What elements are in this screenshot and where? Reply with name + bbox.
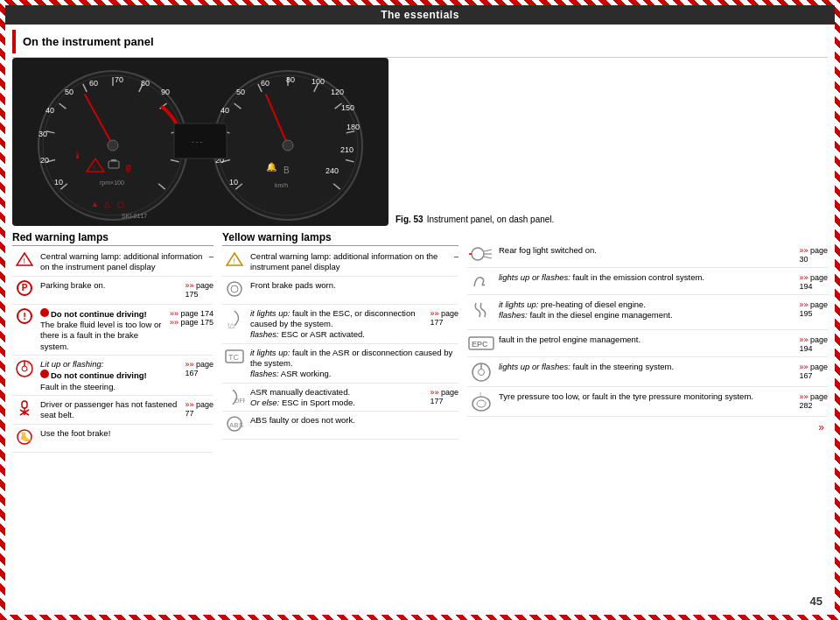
figure-number: Fig. 53 (396, 215, 424, 224)
warning-text: lights up or flashes: fault in the steer… (499, 362, 795, 372)
page-ref: »» page30 (799, 245, 828, 264)
svg-text:180: 180 (346, 123, 360, 131)
svg-text:TC: TC (228, 353, 239, 362)
svg-text:50: 50 (65, 88, 74, 96)
red-warning-row: ! Do not continue driving!The brake flui… (12, 308, 214, 356)
svg-text:60: 60 (89, 79, 98, 88)
svg-text:30: 30 (38, 130, 47, 138)
parking-brake-icon: P (12, 280, 37, 296)
epc-icon: EPC (467, 335, 495, 352)
svg-line-94 (484, 257, 492, 258)
svg-point-25 (108, 140, 118, 151)
warning-text: Do not continue driving!The brake fluid … (40, 308, 166, 352)
section-title: On the instrument panel (12, 30, 828, 53)
red-warnings-title: Red warning lamps (12, 231, 214, 246)
right-warning-row: lights up or flashes: fault in the steer… (467, 362, 828, 387)
svg-text:!: ! (234, 257, 236, 265)
page-ref: »» page177 (430, 387, 458, 405)
warning-text: it lights up: fault in the ASR or discon… (250, 348, 455, 380)
warning-text: Use the foot brake! (40, 428, 210, 439)
svg-text:210: 210 (340, 145, 354, 154)
warning-text: Tyre pressure too low, or fault in the t… (499, 391, 795, 402)
red-warning-row: Driver or passenger has not fastened sea… (12, 399, 214, 425)
page-ref: – (209, 251, 214, 261)
warning-text: it lights up: pre-heating of diesel engi… (499, 299, 795, 321)
svg-text:40: 40 (220, 106, 229, 115)
warning-text: Front brake pads worn. (250, 280, 455, 291)
yellow-triangle-icon: ! (222, 251, 247, 267)
svg-text:240: 240 (326, 166, 339, 175)
svg-text:- - -: - - - (192, 137, 203, 145)
warning-text: Driver or passenger has not fastened sea… (40, 399, 181, 421)
esc-asr-icon: !△ (222, 308, 247, 329)
right-warnings-column: Rear fog light switched on. »» page30 li… (467, 231, 828, 611)
svg-text:!: ! (94, 165, 95, 171)
red-warning-row: 🦶 Use the foot brake! (12, 428, 214, 453)
svg-point-83 (228, 282, 242, 296)
warning-text: Central warning lamp: additional informa… (250, 251, 451, 273)
yellow-warning-row: TC it lights up: fault in the ASR or dis… (222, 348, 458, 384)
brake-pad-icon (222, 280, 247, 298)
excl-circle: ! (17, 308, 32, 324)
page-header: The essentials (5, 5, 835, 25)
svg-point-84 (231, 285, 238, 292)
svg-text:SKI-0117: SKI-0117 (122, 213, 147, 219)
red-warning-row: ! Central warning lamp: additional infor… (12, 251, 214, 277)
warning-text: Parking brake on. (40, 280, 181, 291)
svg-text:▲: ▲ (91, 200, 99, 208)
instrument-panel-svg: 10 20 30 40 50 60 70 80 90 rpm×100 (12, 58, 388, 226)
instrument-panel-image: 10 20 30 40 50 60 70 80 90 rpm×100 (12, 58, 388, 228)
yellow-warning-row: ! Central warning lamp: additional infor… (222, 251, 458, 277)
svg-text:!: ! (480, 391, 481, 398)
svg-text:!: ! (24, 257, 26, 265)
svg-point-64 (283, 140, 293, 151)
warning-text: Rear fog light switched on. (499, 245, 795, 256)
header-title: The essentials (381, 9, 459, 21)
svg-text:20: 20 (40, 156, 49, 165)
svg-text:60: 60 (261, 79, 270, 88)
svg-text:🔔: 🔔 (266, 161, 277, 173)
svg-text:50: 50 (236, 88, 245, 96)
page-ref: »» page282 (799, 391, 828, 410)
svg-point-91 (472, 248, 484, 260)
svg-text:🦶: 🦶 (20, 431, 32, 443)
right-warning-row: Rear fog light switched on. »» page30 (467, 245, 828, 268)
page-ref: »» page177 (430, 308, 458, 327)
svg-line-92 (484, 250, 492, 251)
yellow-warning-row: !△ it lights up: fault in the ESC, or di… (222, 308, 458, 344)
triangle-warning-icon: ! (12, 251, 37, 267)
right-warning-row: EPC fault in the petrol engine managemen… (467, 335, 828, 357)
red-warning-row: P Parking brake on. »» page175 (12, 280, 214, 305)
figure-caption-area: Fig. 53 Instrument panel, on dash panel. (396, 58, 554, 228)
diesel-glow-icon (467, 299, 495, 326)
warning-text: Central warning lamp: additional informa… (40, 251, 206, 273)
yellow-warning-row: OFF ASR manually deactivated.Or else: ES… (222, 387, 458, 412)
red-warning-row: ! Lit up or flashing:Do not continue dri… (12, 359, 214, 396)
svg-point-99 (479, 370, 485, 376)
svg-text:OFF: OFF (234, 398, 245, 404)
red-warnings-column: Red warning lamps ! Central warning lamp… (12, 231, 214, 611)
page-ref: »» page194 (799, 335, 828, 353)
page-ref: »» page167 (185, 359, 214, 377)
tc-icon: TC (222, 348, 247, 365)
svg-text:80: 80 (286, 75, 295, 84)
svg-point-101 (472, 397, 490, 411)
trailing-arrow: » (467, 421, 828, 433)
rear-fog-icon (467, 245, 495, 263)
page-ref: »» page167 (799, 362, 828, 380)
svg-text:80: 80 (141, 79, 150, 88)
instrument-panel-area: 10 20 30 40 50 60 70 80 90 rpm×100 (12, 58, 828, 228)
emission-icon (467, 272, 495, 290)
right-warning-row: ! Tyre pressure too low, or fault in the… (467, 391, 828, 417)
page-ref: »» page 174»» page 175 (170, 308, 214, 327)
steering-icon: ! (12, 359, 37, 378)
figure-caption: Instrument panel, on dash panel. (427, 215, 555, 224)
warning-text: lights up or flashes: fault in the emiss… (499, 272, 795, 283)
svg-text:B: B (284, 166, 290, 175)
svg-text:rpm×100: rpm×100 (100, 180, 124, 187)
foot-brake-icon: 🦶 (12, 428, 37, 446)
svg-text:120: 120 (331, 88, 344, 96)
p-circle: P (17, 280, 32, 296)
svg-text:100: 100 (312, 77, 325, 86)
svg-rect-75 (22, 401, 27, 408)
